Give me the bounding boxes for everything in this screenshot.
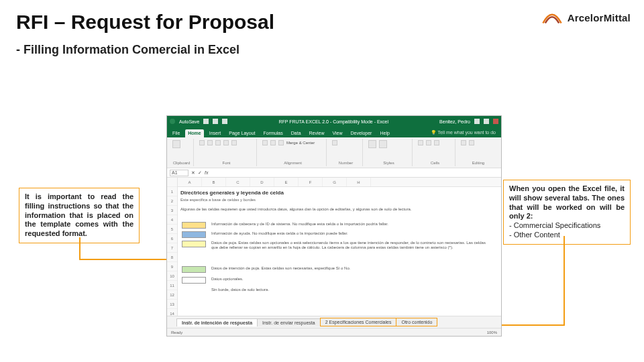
autosave-toggle-icon[interactable] <box>170 119 175 124</box>
conditional-formatting-button[interactable] <box>368 140 376 148</box>
callout-right-b2: - Other Content <box>509 231 560 239</box>
ribbon-group-label: Alignment <box>262 161 323 165</box>
insert-cells-button[interactable] <box>418 140 423 145</box>
window-maximize-icon[interactable] <box>484 119 489 124</box>
undo-icon[interactable] <box>213 119 218 124</box>
legend-swatch-intent <box>182 266 206 273</box>
ribbon-group-label: Editing <box>461 161 496 165</box>
logo-text: ArcelorMittal <box>568 12 631 23</box>
ribbon-tab-developer[interactable]: Developer <box>348 129 375 137</box>
merge-center-button[interactable]: Merge & Center <box>286 141 315 145</box>
slide-subtitle: - Filling Information Comercial in Excel <box>16 43 239 57</box>
ribbon-tab-home[interactable]: Home <box>185 129 203 137</box>
number-format-button[interactable] <box>332 140 337 145</box>
formula-bar: A1 ✕ ✓ fx <box>167 168 501 178</box>
sheet-tab-instr-intention[interactable]: Instr. de intención de respuesta <box>176 318 258 326</box>
underline-button[interactable] <box>215 140 221 145</box>
legend-para: Información de cabecera y de ID de siste… <box>211 222 493 227</box>
ribbon-tab-review[interactable]: Review <box>307 129 327 137</box>
ribbon-group-label: Number <box>332 161 360 165</box>
callout-left: It is important to read the filling inst… <box>19 188 140 243</box>
legend-para: Algunas de las celdas requieren que uste… <box>180 207 462 212</box>
spreadsheet-grid[interactable]: 123 456 789 101112 131415 ABC DEF GH Dir… <box>167 178 501 316</box>
ribbon-tab-insert[interactable]: Insert <box>207 129 224 137</box>
window-minimize-icon[interactable] <box>474 119 480 124</box>
legend-swatch-help <box>182 231 206 238</box>
delete-cells-button[interactable] <box>426 140 431 145</box>
ribbon-tab-data[interactable]: Data <box>288 129 304 137</box>
fx-cancel-icon[interactable]: ✕ <box>191 170 195 176</box>
column-headers: ABC DEF GH <box>178 178 501 187</box>
row-headers: 123 456 789 101112 131415 <box>167 178 178 316</box>
italic-button[interactable] <box>207 140 213 145</box>
callout-right-intro: When you open the Excel file, it will sh… <box>509 184 625 220</box>
autosave-label: AutoSave <box>179 119 199 124</box>
legend-swatch-bid <box>182 241 206 247</box>
ribbon-tab-view[interactable]: View <box>330 129 345 137</box>
name-box[interactable]: A1 <box>170 170 189 176</box>
save-icon[interactable] <box>203 119 209 124</box>
fx-enter-icon[interactable]: ✓ <box>198 170 202 176</box>
status-bar: Ready 100% <box>167 328 501 336</box>
excel-titlebar: AutoSave RFP FRUTA EXCEL 2.0 - Compatibi… <box>167 116 501 127</box>
format-cells-button[interactable] <box>434 140 439 145</box>
tell-me-input[interactable]: 💡 Tell me what you want to do <box>428 129 498 137</box>
fill-color-button[interactable] <box>223 140 229 145</box>
sheet-tab-instr-send[interactable]: Instr. de enviar respuesta <box>257 318 321 326</box>
callout-right-b1: - Commercial Specifications <box>509 221 600 229</box>
sheet-tab-other-content[interactable]: Otro contenido <box>396 318 437 326</box>
sort-filter-button[interactable] <box>461 140 466 145</box>
format-table-button[interactable] <box>379 140 387 148</box>
ribbon-tab-pagelayout[interactable]: Page Layout <box>226 129 258 137</box>
zoom-level[interactable]: 100% <box>487 330 497 335</box>
legend-para: Datos de puja. Estas celdas son opcional… <box>211 241 493 249</box>
status-ready: Ready <box>171 330 182 335</box>
ribbon-tab-help[interactable]: Help <box>377 129 392 137</box>
ribbon-group-label: Cells <box>418 161 452 165</box>
sheet-tabs: Instr. de intención de respuesta Instr. … <box>167 316 501 328</box>
user-name: Benitez, Pedro <box>439 119 470 124</box>
arrow-segment <box>564 236 565 324</box>
legend-para: Datos opcionales. <box>211 277 493 282</box>
legend-para: Datos de intención de puja. Estas celdas… <box>211 266 493 271</box>
excel-ribbon-tabs: File Home Insert Page Layout Formulas Da… <box>167 127 501 137</box>
ribbon-tab-formulas[interactable]: Formulas <box>261 129 286 137</box>
callout-right: When you open the Excel file, it will sh… <box>503 180 631 245</box>
window-close-icon[interactable] <box>493 119 498 124</box>
sheet-heading: Directrices generales y leyenda de celda <box>180 190 284 196</box>
align-left-button[interactable] <box>262 140 268 145</box>
redo-icon[interactable] <box>222 119 227 124</box>
paste-button[interactable] <box>172 140 180 148</box>
slide-title: RFI – Request for Proposal <box>16 11 274 34</box>
logo-arc-icon <box>541 9 564 25</box>
legend-swatch-optional <box>182 277 206 284</box>
legend-swatch-header <box>182 222 206 229</box>
ribbon-group-label: Font <box>199 161 254 165</box>
align-center-button[interactable] <box>270 140 276 145</box>
company-logo: ArcelorMittal <box>541 9 631 25</box>
arrow-segment <box>79 237 80 260</box>
callout-left-text: It is important to read the filling inst… <box>25 192 133 237</box>
align-right-button[interactable] <box>278 140 284 145</box>
window-title: RFP FRUTA EXCEL 2.0 - Compatibility Mode… <box>278 119 388 124</box>
ribbon-tab-file[interactable]: File <box>170 129 182 137</box>
fx-icon[interactable]: fx <box>205 170 208 175</box>
excel-ribbon: Clipboard Font Merge & Center Alignment <box>167 137 501 168</box>
ribbon-group-label: Styles <box>368 161 409 165</box>
sheet-subheading: Este especifica a base de celdas y borde… <box>180 198 256 202</box>
legend-para: Sin borde, datos de solo lectura. <box>211 288 493 292</box>
find-select-button[interactable] <box>469 140 474 145</box>
sheet-tab-commercial-spec[interactable]: 2 Especificaciones Comerciales <box>320 318 397 326</box>
bold-button[interactable] <box>199 140 205 145</box>
font-color-button[interactable] <box>231 140 237 145</box>
excel-window: AutoSave RFP FRUTA EXCEL 2.0 - Compatibi… <box>166 115 502 337</box>
ribbon-group-label: Clipboard <box>172 161 191 165</box>
legend-para: Información de ayuda. No modifique esta … <box>211 231 493 236</box>
